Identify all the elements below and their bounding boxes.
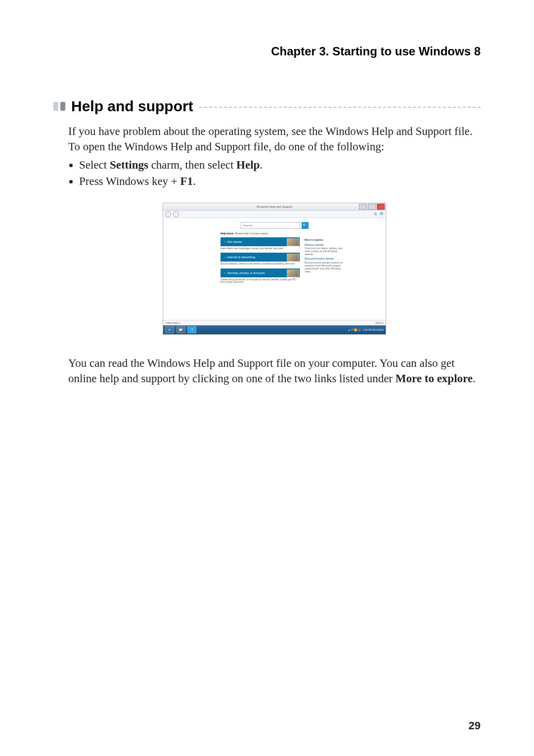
tile-thumbnail-icon <box>287 269 299 277</box>
more-link-answers[interactable]: Microsoft Answers website <box>305 257 344 261</box>
taskbar-explorer-icon[interactable]: 📁 <box>177 326 185 333</box>
list-item: Press Windows key + F1. <box>79 174 481 189</box>
window-title: Windows Help and Support <box>257 205 293 209</box>
heading-rule-icon <box>199 107 481 108</box>
forward-button[interactable]: → <box>173 211 179 217</box>
instruction-list: Select Settings charm, then select Help.… <box>68 157 481 189</box>
tile-title: → Get started <box>223 240 242 244</box>
tile-get-started[interactable]: → Get started <box>221 237 300 246</box>
maximize-button[interactable] <box>368 204 376 210</box>
tile-title: → Security, privacy, & accounts <box>223 271 265 275</box>
list-item: Select Settings charm, then select Help. <box>79 157 481 173</box>
intro-paragraph: If you have problem about the operating … <box>68 124 481 154</box>
tile-security-privacy[interactable]: → Security, privacy, & accounts <box>221 268 300 277</box>
more-text: Check out the videos, articles, and othe… <box>305 247 344 256</box>
text-bold: Help <box>236 159 260 171</box>
tiles-column: → Get started Learn what's new, install … <box>221 237 300 284</box>
text: Select <box>79 159 110 171</box>
taskbar-help-icon[interactable]: ? <box>187 326 196 333</box>
taskbar-ie-icon[interactable]: e <box>165 326 174 333</box>
text-bold: Settings <box>110 159 148 171</box>
window-body: Search 🔍 Help home | Browse help | Conta… <box>163 218 386 320</box>
close-button[interactable] <box>377 204 385 210</box>
text: . <box>193 175 196 187</box>
search-input[interactable]: Search <box>241 222 300 229</box>
closing-paragraph: You can read the Windows Help and Suppor… <box>68 356 481 386</box>
page-number: 29 <box>469 719 481 732</box>
more-text: Browse forums and get answers to questio… <box>305 261 344 273</box>
status-zoom[interactable]: 100% ▾ <box>375 321 384 325</box>
body-block: If you have problem about the operating … <box>68 124 481 386</box>
breadcrumb: Help home | Browse help | Contact suppor… <box>221 232 386 235</box>
tile-title: → Internet & networking <box>223 255 255 259</box>
status-online-help[interactable]: Online Help ▾ <box>165 321 180 325</box>
more-heading: More to explore <box>305 238 344 242</box>
heading-bullet-icon <box>53 102 65 111</box>
taskbar-clock[interactable]: 1:24 PM 9/14/2012 <box>363 329 384 331</box>
taskbar: e 📁 ? ▲ 🏳 📶 🔊 1:24 PM 9/14/2012 <box>163 325 386 334</box>
more-link-windows[interactable]: Windows website <box>305 243 344 247</box>
tile-desc: Create strong passwords, run through our… <box>221 278 300 284</box>
tray-icons[interactable]: ▲ 🏳 📶 🔊 <box>348 328 361 332</box>
text-bold: F1 <box>180 175 193 187</box>
tile-thumbnail-icon <box>287 254 299 262</box>
tile-desc: Learn what's new, install apps, connect … <box>221 247 300 250</box>
help-window: Windows Help and Support ← → ⎙ ⚙ <box>163 203 386 335</box>
minimize-button[interactable] <box>359 204 367 210</box>
tile-internet-networking[interactable]: → Internet & networking <box>221 253 300 262</box>
window-toolbar: ← → ⎙ ⚙ <box>163 211 386 218</box>
breadcrumb-rest[interactable]: | Browse help | Contact support <box>233 232 268 235</box>
section-heading-row: Help and support <box>53 98 481 115</box>
print-icon[interactable]: ⎙ <box>373 212 378 217</box>
text: . <box>260 159 263 171</box>
back-button[interactable]: ← <box>165 211 171 217</box>
more-to-explore: More to explore Windows website Check ou… <box>305 237 344 284</box>
document-page: Chapter 3. Starting to use Windows 8 Hel… <box>0 0 534 756</box>
breadcrumb-home[interactable]: Help home <box>221 232 233 235</box>
window-statusbar: Online Help ▾ 100% ▾ <box>163 320 386 325</box>
text: . <box>473 372 476 385</box>
text: charm, then select <box>148 159 236 171</box>
text-bold: More to explore <box>396 372 473 385</box>
section-heading: Help and support <box>71 98 193 115</box>
settings-gear-icon[interactable]: ⚙ <box>379 212 384 217</box>
screenshot-figure: Windows Help and Support ← → ⎙ ⚙ <box>68 203 481 335</box>
text: Press Windows key + <box>79 175 180 187</box>
tile-desc: Set up a network, connect to the Interne… <box>221 263 300 265</box>
tile-thumbnail-icon <box>287 238 299 246</box>
window-titlebar: Windows Help and Support <box>163 203 386 211</box>
chapter-title: Chapter 3. Starting to use Windows 8 <box>53 44 481 58</box>
search-button[interactable]: 🔍 <box>302 222 309 229</box>
